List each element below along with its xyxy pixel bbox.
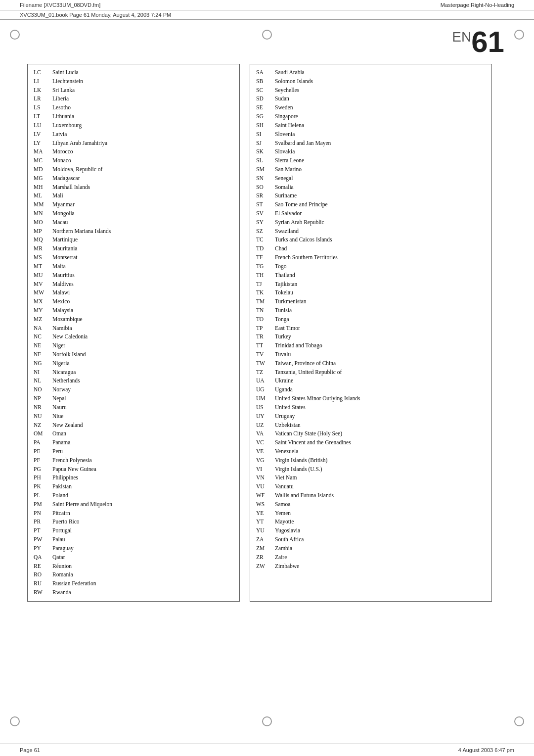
- country-code: PE: [34, 447, 52, 456]
- country-name: Malta: [52, 262, 233, 271]
- country-name: New Caledonia: [52, 332, 233, 341]
- list-item: THThailand: [256, 271, 486, 280]
- list-item: VNViet Nam: [256, 473, 486, 482]
- country-name: Sudan: [275, 94, 486, 103]
- list-item: MTMalta: [34, 262, 233, 271]
- country-name: Mauritius: [52, 271, 233, 280]
- country-code: MV: [34, 280, 52, 289]
- country-code: VI: [256, 465, 275, 474]
- country-code: MG: [34, 174, 52, 183]
- list-item: PWPalau: [34, 535, 233, 544]
- list-item: MAMorocco: [34, 147, 233, 156]
- list-item: SKSlovakia: [256, 147, 486, 156]
- country-code: PR: [34, 518, 52, 526]
- country-code: SL: [256, 156, 275, 165]
- country-name: Qatar: [52, 553, 233, 562]
- country-code: SV: [256, 209, 275, 218]
- country-code: PT: [34, 526, 52, 535]
- list-item: MHMarshall Islands: [34, 183, 233, 192]
- country-code: TC: [256, 236, 275, 244]
- list-item: TOTonga: [256, 315, 486, 324]
- country-name: Sao Tome and Principe: [275, 200, 486, 209]
- country-code: LC: [34, 68, 52, 77]
- country-code: TV: [256, 350, 275, 359]
- country-code: QA: [34, 553, 52, 562]
- country-code: SA: [256, 68, 275, 77]
- country-code: LV: [34, 130, 52, 139]
- country-name: French Polynesia: [52, 456, 233, 465]
- country-name: Tokelau: [275, 288, 486, 297]
- country-name: Malaysia: [52, 306, 233, 315]
- country-name: United States Minor Outlying Islands: [275, 394, 486, 403]
- list-item: NZNew Zealand: [34, 421, 233, 430]
- list-item: NPNepal: [34, 394, 233, 403]
- country-name: Vatican City State (Holy See): [275, 429, 486, 438]
- country-name: Madagascar: [52, 174, 233, 183]
- right-table: SASaudi ArabiaSBSolomon IslandsSCSeychel…: [250, 64, 492, 602]
- page: Filename [XVC33UM_08DVD.fm] Masterpage:R…: [0, 0, 534, 756]
- country-name: Mali: [52, 191, 233, 200]
- country-code: MP: [34, 227, 52, 236]
- country-code: SC: [256, 86, 275, 95]
- footer-date: 4 August 2003 6:47 pm: [458, 747, 514, 753]
- country-code: TW: [256, 359, 275, 368]
- list-item: PYParaguay: [34, 544, 233, 553]
- list-item: TGTogo: [256, 262, 486, 271]
- country-name: Rwanda: [52, 588, 233, 597]
- footer-bar: Page 61 4 August 2003 6:47 pm: [0, 744, 534, 756]
- list-item: YTMayotte: [256, 518, 486, 526]
- list-item: MNMongolia: [34, 209, 233, 218]
- country-code: OM: [34, 429, 52, 438]
- country-name: Martinique: [52, 236, 233, 244]
- country-code: NF: [34, 350, 52, 359]
- country-name: Myanmar: [52, 200, 233, 209]
- country-code: SH: [256, 121, 275, 130]
- list-item: SESweden: [256, 103, 486, 112]
- country-name: Wallis and Futuna Islands: [275, 491, 486, 500]
- country-name: El Salvador: [275, 209, 486, 218]
- list-item: LRLiberia: [34, 94, 233, 103]
- country-code: ZM: [256, 544, 275, 553]
- country-code: SR: [256, 191, 275, 200]
- list-item: TVTuvalu: [256, 350, 486, 359]
- list-item: VCSaint Vincent and the Grenadines: [256, 438, 486, 447]
- list-item: TTTrinidad and Tobago: [256, 341, 486, 350]
- country-name: Niue: [52, 412, 233, 421]
- country-code: MH: [34, 183, 52, 192]
- country-code: SD: [256, 94, 275, 103]
- country-name: Somalia: [275, 183, 486, 192]
- country-code: VG: [256, 456, 275, 465]
- page-number-area: EN61: [0, 20, 534, 59]
- country-code: RW: [34, 588, 52, 597]
- country-code: UY: [256, 412, 275, 421]
- list-item: WFWallis and Futuna Islands: [256, 491, 486, 500]
- list-item: PAPanama: [34, 438, 233, 447]
- country-name: Singapore: [275, 112, 486, 121]
- list-item: PRPuerto Rico: [34, 518, 233, 526]
- list-item: YUYugoslavia: [256, 526, 486, 535]
- country-code: TJ: [256, 280, 275, 289]
- country-name: Sri Lanka: [52, 86, 233, 95]
- list-item: SGSingapore: [256, 112, 486, 121]
- country-code: SK: [256, 147, 275, 156]
- list-item: OMOman: [34, 429, 233, 438]
- list-item: SOSomalia: [256, 183, 486, 192]
- country-code: SN: [256, 174, 275, 183]
- list-item: MSMontserrat: [34, 253, 233, 262]
- list-item: TPEast Timor: [256, 324, 486, 333]
- country-code: SZ: [256, 227, 275, 236]
- list-item: NANamibia: [34, 324, 233, 333]
- country-code: NA: [34, 324, 52, 333]
- list-item: TJTajikistan: [256, 280, 486, 289]
- country-code: PK: [34, 482, 52, 491]
- country-name: Suriname: [275, 191, 486, 200]
- country-code: VA: [256, 429, 275, 438]
- list-item: SHSaint Helena: [256, 121, 486, 130]
- country-code: ZA: [256, 535, 275, 544]
- country-name: Montserrat: [52, 253, 233, 262]
- list-item: NENiger: [34, 341, 233, 350]
- country-code: PA: [34, 438, 52, 447]
- country-code: VC: [256, 438, 275, 447]
- country-name: Paraguay: [52, 544, 233, 553]
- country-code: LT: [34, 112, 52, 121]
